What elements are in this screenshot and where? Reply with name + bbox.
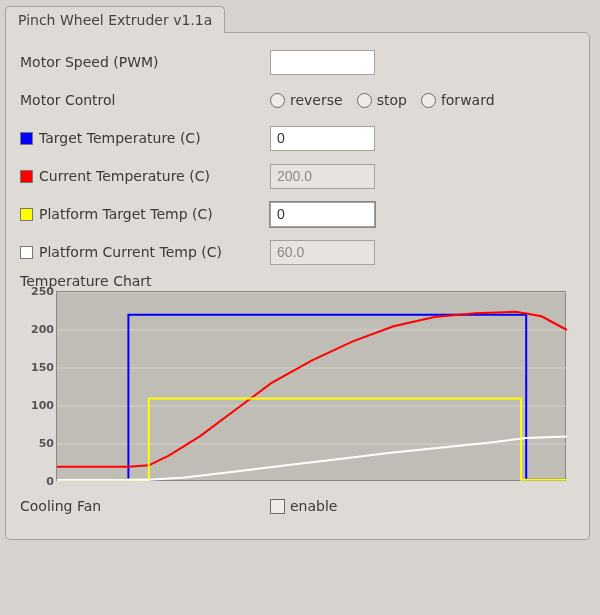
radio-icon (270, 93, 285, 108)
y-tick-label: 250 (31, 285, 54, 298)
chart-title: Temperature Chart (20, 273, 575, 289)
y-tick-label: 150 (31, 361, 54, 374)
tab-title: Pinch Wheel Extruder v1.1a (18, 12, 212, 28)
target-temp-label: Target Temperature (C) (39, 130, 201, 146)
chart-y-axis: 050100150200250 (20, 291, 56, 481)
motor-control-forward[interactable]: forward (421, 92, 495, 108)
motor-control-reverse[interactable]: reverse (270, 92, 343, 108)
row-motor-control: Motor Control reverse stop forward (20, 83, 575, 117)
chart-series (57, 398, 567, 479)
platform-target-input[interactable] (270, 202, 375, 227)
tab-header[interactable]: Pinch Wheel Extruder v1.1a (5, 6, 225, 33)
cooling-fan-enable[interactable]: enable (270, 498, 337, 514)
extruder-panel: Pinch Wheel Extruder v1.1a Motor Speed (… (5, 5, 595, 540)
platform-current-label: Platform Current Temp (C) (39, 244, 222, 260)
platform-current-input (270, 240, 375, 265)
row-platform-target: Platform Target Temp (C) (20, 197, 575, 231)
chart-series (57, 436, 567, 479)
chart-plot-area (56, 291, 566, 481)
row-cooling-fan: Cooling Fan enable (20, 489, 575, 523)
cooling-fan-label: Cooling Fan (20, 498, 270, 514)
y-tick-label: 50 (39, 437, 54, 450)
platform-current-swatch (20, 246, 33, 259)
current-temp-input (270, 164, 375, 189)
tab-body: Motor Speed (PWM) Motor Control reverse … (5, 32, 590, 540)
y-tick-label: 200 (31, 323, 54, 336)
motor-control-label: Motor Control (20, 92, 270, 108)
y-tick-label: 100 (31, 399, 54, 412)
current-temp-swatch (20, 170, 33, 183)
motor-speed-input[interactable] (270, 50, 375, 75)
platform-target-swatch (20, 208, 33, 221)
y-tick-label: 0 (46, 475, 54, 488)
target-temp-input[interactable] (270, 126, 375, 151)
radio-icon (421, 93, 436, 108)
temperature-chart: 050100150200250 (20, 291, 575, 481)
motor-speed-label: Motor Speed (PWM) (20, 54, 270, 70)
row-current-temp: Current Temperature (C) (20, 159, 575, 193)
radio-icon (357, 93, 372, 108)
platform-target-label: Platform Target Temp (C) (39, 206, 213, 222)
current-temp-label: Current Temperature (C) (39, 168, 210, 184)
row-motor-speed: Motor Speed (PWM) (20, 45, 575, 79)
row-target-temp: Target Temperature (C) (20, 121, 575, 155)
motor-control-stop[interactable]: stop (357, 92, 407, 108)
chart-series (57, 315, 567, 480)
row-platform-current: Platform Current Temp (C) (20, 235, 575, 269)
checkbox-icon (270, 499, 285, 514)
target-temp-swatch (20, 132, 33, 145)
